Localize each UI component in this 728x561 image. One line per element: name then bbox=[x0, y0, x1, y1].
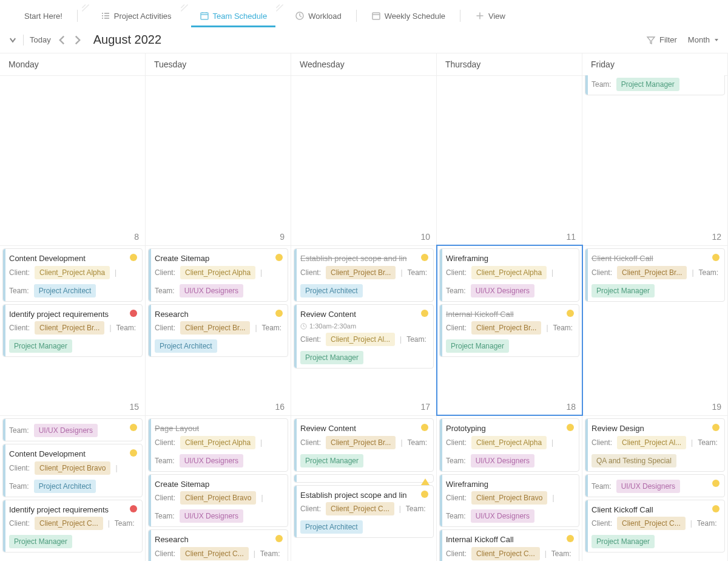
task-card[interactable]: Content Development Client: Client_Proje… bbox=[2, 444, 143, 497]
task-card[interactable]: Review Design Client: Client_Project Al.… bbox=[585, 418, 725, 472]
calendar-cell[interactable]: Review Design Client: Client_Project Al.… bbox=[582, 415, 728, 561]
calendar-cell[interactable]: Prototyping Client: Client_Project Alpha… bbox=[437, 415, 582, 561]
separator bbox=[23, 35, 24, 46]
separator: | bbox=[399, 503, 401, 514]
calendar-cell[interactable]: Review Content Client: Client_Project Br… bbox=[291, 415, 437, 561]
task-card[interactable]: Research Client: Client_Project C... | T… bbox=[148, 529, 288, 561]
task-title: Research bbox=[155, 308, 283, 321]
task-card[interactable]: Client Kickoff Call Client: Client_Proje… bbox=[585, 500, 725, 553]
calendar-cell[interactable]: Team: UI/UX Designers Content Developmen… bbox=[0, 415, 146, 561]
status-dot bbox=[567, 424, 574, 431]
team-pill: Project Manager bbox=[300, 454, 363, 467]
calendar-cell-today[interactable]: Wireframing Client: Client_Project Alpha… bbox=[437, 245, 582, 415]
client-label: Client: bbox=[155, 492, 175, 503]
client-label: Client: bbox=[9, 463, 30, 474]
task-card[interactable]: Content Development Client: Client_Proje… bbox=[2, 248, 143, 302]
tab-label: Workload bbox=[308, 12, 342, 21]
team-label: Team: bbox=[406, 334, 426, 345]
day-header: Friday bbox=[582, 53, 728, 75]
team-label: Team: bbox=[155, 511, 175, 522]
status-dot bbox=[712, 254, 720, 261]
task-card[interactable]: Team: UI/UX Designers bbox=[2, 418, 143, 441]
calendar-cell[interactable]: 9 bbox=[146, 75, 291, 245]
status-dot bbox=[130, 449, 137, 457]
next-button[interactable] bbox=[73, 35, 83, 45]
status-dot bbox=[421, 424, 428, 431]
task-title: Client Kickoff Call bbox=[592, 504, 720, 516]
task-title: Wireframing bbox=[446, 478, 574, 491]
separator: | bbox=[108, 518, 110, 529]
chevron-down-icon[interactable] bbox=[8, 36, 17, 44]
task-title: Prototyping bbox=[446, 423, 574, 435]
task-title: Identify project requirements bbox=[9, 308, 137, 321]
task-stripe bbox=[149, 530, 151, 561]
separator: | bbox=[551, 267, 553, 278]
client-pill: Client_Project Br... bbox=[35, 321, 104, 335]
task-stripe bbox=[585, 249, 588, 301]
task-card[interactable]: Create Sitemap Client: Client_Project Br… bbox=[148, 474, 288, 528]
task-card[interactable]: Identify project requirements Client: Cl… bbox=[2, 500, 143, 553]
date-number: 12 bbox=[712, 232, 721, 242]
svg-rect-4 bbox=[102, 18, 103, 19]
task-title: Research bbox=[155, 534, 283, 546]
task-title: Establish project scope and lin bbox=[300, 489, 428, 501]
tab-label: Start Here! bbox=[24, 12, 62, 21]
task-card[interactable]: Review Content Client: Client_Project Br… bbox=[294, 418, 434, 472]
task-card[interactable]: Page Layout Client: Client_Project Alpha… bbox=[148, 418, 288, 472]
svg-rect-3 bbox=[104, 15, 109, 16]
task-stripe bbox=[149, 419, 151, 471]
add-view-button[interactable]: View bbox=[467, 5, 514, 27]
task-card[interactable] bbox=[294, 474, 434, 483]
task-card[interactable]: Establish project scope and lin Client: … bbox=[294, 485, 434, 539]
tab-team-schedule[interactable]: Team Schedule bbox=[191, 5, 276, 27]
calendar-cell[interactable]: 10 bbox=[291, 75, 437, 245]
calendar-cell[interactable]: 8 bbox=[0, 75, 146, 245]
task-card[interactable]: Review Content 1:30am-2:30am Client: Cli… bbox=[294, 304, 434, 369]
task-card[interactable]: Internal Kickoff Call Client: Client_Pro… bbox=[439, 304, 579, 358]
today-button[interactable]: Today bbox=[30, 35, 51, 44]
separator: | bbox=[691, 437, 693, 448]
filter-button[interactable]: Filter bbox=[646, 35, 677, 45]
calendar-cell[interactable]: Team: Project Manager 12 bbox=[582, 75, 728, 245]
task-card[interactable]: Research Client: Client_Project Br... | … bbox=[148, 304, 288, 358]
task-stripe bbox=[3, 249, 5, 301]
task-card[interactable]: Team: Project Manager bbox=[585, 75, 725, 95]
team-label: Team: bbox=[9, 425, 29, 436]
task-card[interactable]: Prototyping Client: Client_Project Alpha… bbox=[439, 418, 579, 472]
task-stripe bbox=[149, 475, 151, 527]
client-label: Client: bbox=[9, 322, 30, 333]
status-dot bbox=[567, 535, 574, 542]
view-mode-dropdown[interactable]: Month bbox=[688, 35, 720, 44]
task-card[interactable]: Internal Kickoff Call Client: Client_Pro… bbox=[439, 529, 579, 561]
prev-button[interactable] bbox=[57, 35, 67, 45]
task-card[interactable]: Create Sitemap Client: Client_Project Al… bbox=[148, 248, 288, 302]
task-card[interactable]: Client Kickoff Call Client: Client_Proje… bbox=[585, 248, 725, 302]
calendar-cell[interactable]: Page Layout Client: Client_Project Alpha… bbox=[146, 415, 291, 561]
svg-rect-6 bbox=[201, 13, 208, 19]
calendar-cell[interactable]: Content Development Client: Client_Proje… bbox=[0, 245, 146, 415]
status-dot bbox=[130, 254, 137, 261]
sidebar-toggle[interactable] bbox=[6, 9, 13, 23]
calendar-cell[interactable]: Create Sitemap Client: Client_Project Al… bbox=[146, 245, 291, 415]
tab-project-activities[interactable]: Project Activities bbox=[92, 5, 180, 27]
calendar-cell[interactable]: Establish project scope and lin Client: … bbox=[291, 245, 437, 415]
separator: | bbox=[692, 267, 693, 278]
client-pill: Client_Project Br... bbox=[326, 436, 396, 449]
client-pill: Client_Project Br... bbox=[471, 321, 541, 335]
client-pill: Client_Project Br... bbox=[180, 321, 250, 335]
client-pill: Client_Project C... bbox=[617, 517, 686, 530]
task-card[interactable]: Wireframing Client: Client_Project Alpha… bbox=[439, 248, 579, 302]
calendar-cell[interactable]: 11 bbox=[437, 75, 582, 245]
clock-icon bbox=[300, 323, 307, 330]
tab-start-here[interactable]: Start Here! bbox=[16, 5, 71, 27]
task-card[interactable]: Identify project requirements Client: Cl… bbox=[2, 304, 143, 358]
team-label: Team: bbox=[699, 267, 719, 278]
status-dot bbox=[421, 491, 428, 498]
team-label: Team: bbox=[697, 518, 717, 529]
task-card[interactable]: Team: UI/UX Designers bbox=[585, 474, 725, 497]
tab-weekly-schedule[interactable]: Weekly Schedule bbox=[363, 5, 454, 27]
calendar-cell[interactable]: Client Kickoff Call Client: Client_Proje… bbox=[582, 245, 728, 415]
task-card[interactable]: Wireframing Client: Client_Project Bravo… bbox=[439, 474, 579, 528]
tab-workload[interactable]: Workload bbox=[286, 5, 350, 27]
task-card[interactable]: Establish project scope and lin Client: … bbox=[294, 248, 434, 302]
